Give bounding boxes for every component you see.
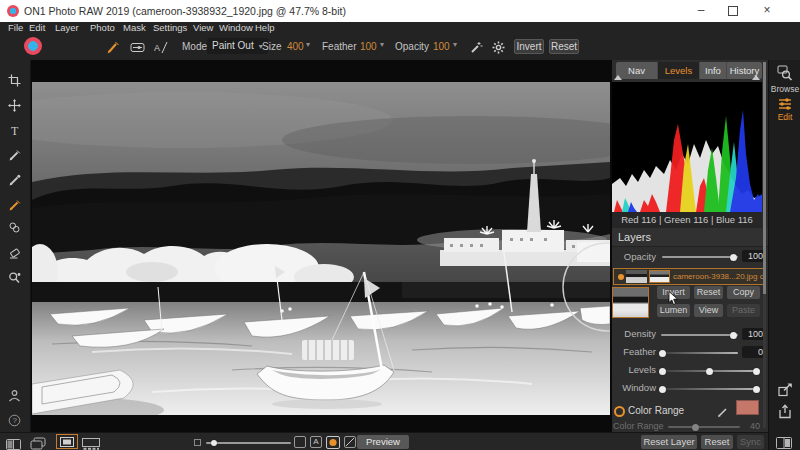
color-range-eyedropper-icon[interactable] — [717, 404, 729, 416]
menu-edit[interactable]: Edit — [29, 22, 45, 33]
menu-settings[interactable]: Settings — [153, 22, 187, 33]
crop-tool-icon[interactable] — [8, 73, 22, 87]
panel-scrollbar-thumb[interactable] — [763, 62, 766, 294]
masking-brush-icon[interactable] — [106, 40, 120, 58]
window-title: ON1 Photo RAW 2019 (cameroon-3938932_192… — [24, 0, 346, 22]
opacity-caret-icon[interactable]: ▾ — [453, 40, 457, 49]
mask-view-red-overlay-icon-selected[interactable] — [326, 436, 340, 449]
layer-enabled-dot[interactable] — [618, 274, 624, 280]
color-range-swatch[interactable] — [736, 400, 759, 415]
mask-window-slider[interactable] — [661, 388, 758, 390]
edit-module-label[interactable]: Edit — [769, 112, 800, 122]
sync-button[interactable]: Sync — [737, 435, 764, 449]
text-tool-icon[interactable]: T — [8, 123, 22, 137]
invert-mask-button[interactable]: Invert — [514, 39, 544, 54]
density-label: Density — [612, 328, 656, 339]
mask-levels-slider[interactable] — [661, 370, 758, 372]
preview-button[interactable]: Preview — [357, 435, 409, 449]
shadow-clip-indicator[interactable] — [614, 75, 622, 80]
mask-levels-label: Levels — [612, 364, 656, 375]
gear-icon[interactable] — [492, 40, 505, 58]
zoom-out-square-icon[interactable] — [194, 439, 201, 446]
adjustment-brush-icon[interactable] — [8, 148, 22, 162]
mode-label: Mode — [182, 41, 207, 52]
maximize-button[interactable] — [720, 0, 746, 22]
single-photo-view-icon-selected[interactable] — [56, 434, 78, 449]
menu-layer[interactable]: Layer — [55, 22, 79, 33]
zoom-tool-icon[interactable] — [8, 270, 22, 284]
module-rail: Browse Edit — [768, 60, 800, 450]
zoom-slider[interactable] — [206, 442, 291, 444]
menu-bar: File Edit Layer Photo Mask Settings View… — [0, 22, 800, 33]
feather-value[interactable]: 100 — [360, 41, 377, 52]
mask-preview-thumbnail[interactable] — [612, 287, 649, 318]
size-value[interactable]: 400 — [287, 41, 304, 52]
reset-all-button[interactable]: Reset — [701, 435, 733, 449]
move-tool-icon[interactable] — [8, 98, 22, 112]
eraser-tool-icon[interactable] — [8, 245, 22, 259]
color-range-toggle[interactable] — [614, 406, 625, 417]
compare-view-icon[interactable] — [6, 436, 21, 450]
app-logo-icon — [7, 5, 19, 17]
highlight-clip-indicator[interactable] — [752, 75, 760, 80]
help-icon[interactable]: ? — [8, 413, 22, 427]
mask-reset-button[interactable]: Reset — [694, 286, 723, 299]
layer-opacity-slider[interactable] — [662, 256, 738, 258]
mask-feather-slider[interactable] — [661, 352, 738, 354]
layer-opacity-label: Opacity — [620, 251, 656, 262]
filmstrip-view-icon[interactable] — [82, 436, 100, 450]
refine-mask-icon[interactable] — [8, 220, 22, 234]
svg-text:?: ? — [13, 416, 18, 425]
feather-caret-icon[interactable]: ▾ — [380, 40, 384, 49]
tab-info[interactable]: Info — [700, 62, 727, 79]
reset-layer-button[interactable]: Reset Layer — [641, 435, 697, 449]
reset-mask-button[interactable]: Reset — [549, 39, 579, 54]
mask-view-button[interactable]: View — [694, 304, 723, 317]
close-button[interactable]: × — [752, 0, 782, 22]
mask-view-off-icon[interactable] — [294, 436, 306, 448]
image-canvas[interactable] — [31, 60, 612, 432]
size-caret-icon[interactable]: ▾ — [306, 40, 310, 49]
bottom-bar: A Preview Reset Layer Reset Sync — [0, 432, 768, 450]
color-range-slider[interactable] — [668, 426, 740, 428]
layer-thumbnail[interactable] — [626, 270, 647, 283]
layer-name: cameroon-3938...20.jpg copy 1 — [673, 269, 765, 284]
zoom-slider-knob[interactable] — [211, 440, 217, 446]
menu-help[interactable]: Help — [255, 22, 275, 33]
menu-window[interactable]: Window — [219, 22, 253, 33]
menu-mask[interactable]: Mask — [123, 22, 146, 33]
opacity-value[interactable]: 100 — [433, 41, 450, 52]
perfect-eraser-icon[interactable]: A — [154, 40, 168, 58]
svg-text:T: T — [11, 124, 19, 137]
layer-mask-thumbnail[interactable] — [649, 270, 670, 283]
menu-view[interactable]: View — [193, 22, 213, 33]
size-label: Size — [262, 41, 281, 52]
density-slider[interactable] — [661, 334, 738, 336]
share-icon[interactable] — [778, 404, 792, 423]
mask-paste-button[interactable]: Paste — [727, 304, 760, 317]
dual-view-icon[interactable] — [776, 435, 792, 450]
mask-view-split-icon[interactable] — [344, 436, 356, 448]
account-icon[interactable] — [8, 388, 22, 402]
tab-levels[interactable]: Levels — [658, 62, 700, 79]
resize-export-icon[interactable] — [778, 382, 793, 401]
perfect-brush-wand-icon[interactable] — [470, 40, 483, 58]
menu-file[interactable]: File — [8, 22, 23, 33]
minimize-button[interactable]: – — [688, 0, 714, 22]
mask-feather-label: Feather — [612, 346, 656, 357]
tab-nav[interactable]: Nav — [616, 62, 658, 79]
stacked-photos-icon[interactable] — [30, 436, 46, 450]
browse-module-label[interactable]: Browse — [769, 84, 800, 94]
menu-photo[interactable]: Photo — [90, 22, 115, 33]
layer-row[interactable]: cameroon-3938...20.jpg copy 1 — [613, 268, 765, 285]
brush-settings-icon[interactable] — [130, 40, 146, 58]
mode-dropdown[interactable]: Paint Out▾ — [207, 38, 268, 54]
mask-view-alpha-icon[interactable]: A — [310, 436, 322, 448]
on1-photo-raw-window: ON1 Photo RAW 2019 (cameroon-3938932_192… — [0, 0, 800, 450]
panel-tab-bar: Nav Levels Info History — [616, 62, 762, 79]
browse-module-icon[interactable] — [777, 65, 793, 86]
masking-brush-tool-icon-active[interactable] — [8, 198, 22, 212]
layer-opacity-knob[interactable] — [730, 254, 737, 261]
gradient-brush-icon[interactable] — [8, 173, 22, 187]
mask-copy-button[interactable]: Copy — [727, 286, 760, 299]
